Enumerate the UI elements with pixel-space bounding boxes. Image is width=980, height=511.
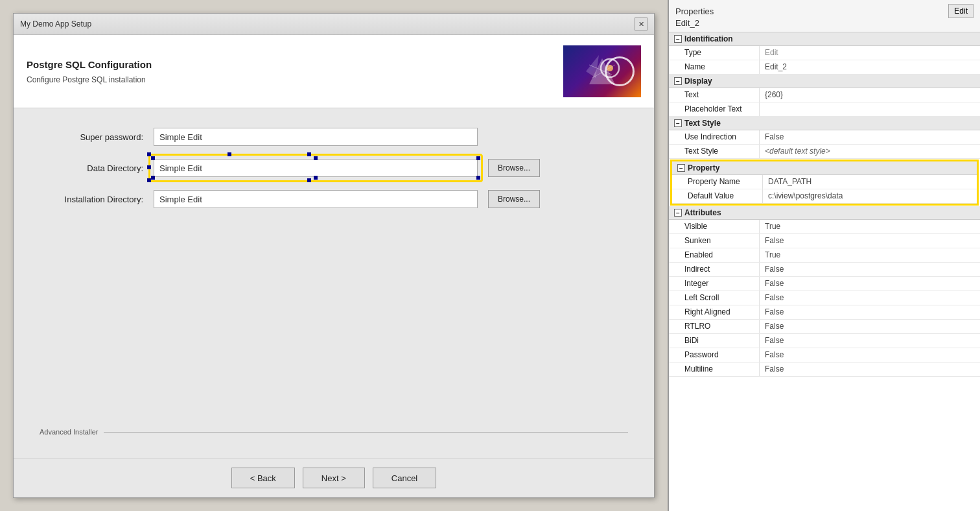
prop-row-left-scroll: Left Scroll False [669,291,980,305]
prop-row-text-style: Text Style <default text style> [669,145,980,159]
expand-property[interactable]: − [677,164,685,172]
back-button[interactable]: < Back [231,468,295,488]
form-row-password: Super password: [40,128,628,146]
prop-row-placeholder-text: Placeholder Text [669,102,980,117]
handle-br [476,176,480,180]
browse-button-datadir[interactable]: Browse... [488,159,540,177]
handle-tr [476,156,480,160]
label-password: Super password: [40,132,143,142]
section-header-text-style: − Text Style [669,117,980,130]
dialog-titlebar: My Demo App Setup ✕ [14,14,654,35]
section-text-style: − Text Style Use Indirection False Text … [669,117,980,159]
browse-button-installdir[interactable]: Browse... [488,190,540,208]
form-row-installdir: Installation Directory: Browse... [40,190,628,208]
input-installdir[interactable] [154,190,478,208]
section-display: − Display Text {260} Placeholder Text [669,75,980,117]
datadir-input-wrapper [154,159,478,177]
section-attributes: − Attributes Visible True Sunken False E… [669,206,980,377]
expand-identification[interactable]: − [674,35,682,43]
label-datadir: Data Directory: [40,163,143,173]
prop-row-default-value: Default Value c:\iview\postgres\data [672,189,977,204]
prop-row-rtlro: RTLRO False [669,320,980,334]
dialog-header-text: Postgre SQL Configuration Configure Post… [27,59,152,84]
prop-row-right-aligned: Right Aligned False [669,305,980,320]
prop-row-text: Text {260} [669,88,980,102]
section-header-display: − Display [669,75,980,88]
expand-attributes[interactable]: − [674,209,682,217]
dialog-body: Super password: Data Directory: Browse..… [14,108,654,458]
prop-row-password: Password False [669,348,980,362]
close-button[interactable]: ✕ [635,18,648,30]
section-header-identification: − Identification [669,32,980,46]
prop-row-use-indirection: Use Indirection False [669,130,980,145]
cancel-button[interactable]: Cancel [373,468,436,488]
properties-panel: Properties Edit Edit_2 − Identification … [668,0,980,511]
next-button[interactable]: Next > [303,468,365,488]
prop-row-property-name: Property Name DATA_PATH [672,175,977,189]
prop-row-name: Name Edit_2 [669,60,980,75]
dialog-heading: Postgre SQL Configuration [27,59,152,70]
prop-row-visible: Visible True [669,220,980,234]
handle-bc [314,176,318,180]
properties-body: − Identification Type Edit Name Edit_2 −… [669,32,980,511]
handle-tc [314,156,318,160]
handle-tl [151,156,155,160]
edit-button[interactable]: Edit [948,4,974,18]
props-header-row: Properties Edit [675,4,974,18]
section-header-attributes: − Attributes [669,206,980,220]
dialog-buttons: < Back Next > Cancel [14,458,654,497]
form-row-datadir: Data Directory: Browse... [40,159,628,177]
prop-row-bidi: BiDi False [669,334,980,348]
section-identification: − Identification Type Edit Name Edit_2 [669,32,980,75]
expand-text-style[interactable]: − [674,119,682,127]
input-datadir[interactable] [154,159,478,177]
dialog-logo [563,45,641,97]
properties-subtitle: Edit_2 [675,18,974,28]
dialog-title: My Demo App Setup [20,19,91,29]
dialog-subheading: Configure Postgre SQL installation [27,75,152,84]
prop-row-sunken: Sunken False [669,234,980,248]
prop-row-multiline: Multiline False [669,362,980,377]
installer-panel: My Demo App Setup ✕ Postgre SQL Configur… [0,0,668,511]
properties-header: Properties Edit Edit_2 [669,0,980,32]
body-spacer [40,221,628,412]
section-header-property: − Property [672,161,977,175]
dialog-window: My Demo App Setup ✕ Postgre SQL Configur… [13,13,655,498]
prop-row-enabled: Enabled True [669,248,980,263]
handle-bl [151,176,155,180]
section-property-highlighted: − Property Property Name DATA_PATH Defau… [670,160,979,206]
input-password[interactable] [154,128,478,146]
logo-graphic [583,52,622,91]
label-installdir: Installation Directory: [40,195,143,204]
dialog-header: Postgre SQL Configuration Configure Post… [14,35,654,108]
prop-row-indirect: Indirect False [669,263,980,277]
expand-display[interactable]: − [674,77,682,85]
properties-title: Properties [675,6,714,16]
prop-row-integer: Integer False [669,277,980,291]
advanced-installer-label: Advanced Installer [40,425,628,438]
prop-row-type: Type Edit [669,46,980,60]
svg-point-3 [607,65,613,71]
